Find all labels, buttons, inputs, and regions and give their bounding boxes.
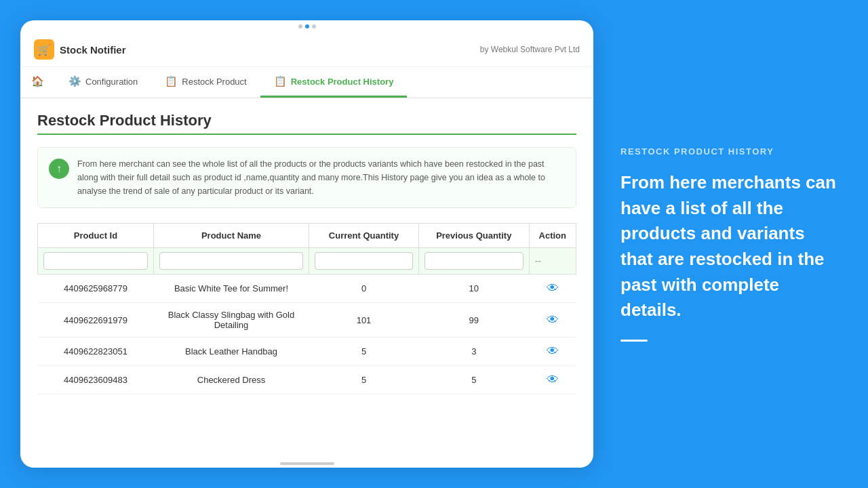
cell-previous-qty: 5 <box>419 366 529 394</box>
cell-action: 👁 <box>529 366 576 394</box>
app-title: Stock Notifier <box>60 44 126 56</box>
bottom-scroll <box>20 457 593 468</box>
tab-home[interactable]: 🏠 <box>20 67 55 98</box>
right-panel: RESTOCK PRODUCT HISTORY From here mercha… <box>593 0 868 488</box>
scroll-dots <box>20 20 593 33</box>
cell-previous-qty: 99 <box>419 303 529 338</box>
cell-action: 👁 <box>529 338 576 366</box>
info-text: From here merchant can see the whole lis… <box>77 157 565 198</box>
restock-product-icon: 📋 <box>165 75 178 87</box>
tab-configuration-label: Configuration <box>85 77 138 87</box>
cell-product-name: Black Classy Slingbag with Gold Detailin… <box>153 303 309 338</box>
col-current-qty: Current Quantity <box>309 224 419 248</box>
outer-container: 🛒 Stock Notifier by Webkul Software Pvt … <box>0 0 868 488</box>
scroll-dot-3 <box>312 24 316 28</box>
view-icon[interactable]: 👁 <box>547 373 559 386</box>
scroll-dot-1 <box>298 24 302 28</box>
view-icon[interactable]: 👁 <box>547 344 559 358</box>
scroll-bar-thumb <box>280 462 334 465</box>
col-product-name: Product Name <box>153 224 309 248</box>
filter-current-qty-cell <box>309 248 419 274</box>
page-title: Restock Product History <box>37 112 576 129</box>
cell-current-qty: 101 <box>309 303 419 338</box>
tab-restock-product-history[interactable]: 📋 Restock Product History <box>260 67 408 98</box>
cell-current-qty: 5 <box>309 338 419 366</box>
tab-restock-product-history-label: Restock Product History <box>291 77 394 87</box>
info-box: ↑ From here merchant can see the whole l… <box>37 147 576 208</box>
by-text: by Webkul Software Pvt Ltd <box>480 45 580 54</box>
cell-product-name: Basic White Tee for Summer! <box>153 274 309 303</box>
cell-product-id: 4409622691979 <box>38 303 154 338</box>
filter-previous-qty-input[interactable] <box>425 252 523 270</box>
cell-product-id: 4409625968779 <box>38 274 154 303</box>
right-panel-description: From here merchants can have a list of a… <box>620 170 841 323</box>
info-icon: ↑ <box>49 159 69 179</box>
filter-product-id-input[interactable] <box>43 252 148 270</box>
cell-current-qty: 5 <box>309 366 419 394</box>
table-row: 4409622823051 Black Leather Handbag 5 3 … <box>38 338 576 366</box>
col-action: Action <box>529 224 576 248</box>
top-bar: 🛒 Stock Notifier by Webkul Software Pvt … <box>20 33 593 67</box>
content-area: Restock Product History ↑ From here merc… <box>20 98 593 457</box>
home-icon: 🏠 <box>31 75 44 87</box>
right-panel-divider <box>620 340 648 342</box>
table-row: 4409623609483 Checkered Dress 5 5 👁 <box>38 366 576 394</box>
tab-restock-product-label: Restock Product <box>182 77 246 87</box>
data-table: Product Id Product Name Current Quantity… <box>37 223 576 394</box>
title-underline <box>37 134 576 135</box>
cell-product-id: 4409623609483 <box>38 366 154 394</box>
view-icon[interactable]: 👁 <box>547 281 559 295</box>
filter-previous-qty-cell <box>419 248 529 274</box>
filter-current-qty-input[interactable] <box>315 252 413 270</box>
cell-action: 👁 <box>529 303 576 338</box>
filter-product-name-input[interactable] <box>159 252 303 270</box>
cell-action: 👁 <box>529 274 576 303</box>
cell-previous-qty: 10 <box>419 274 529 303</box>
nav-tabs: 🏠 ⚙️ Configuration 📋 Restock Product 📋 R… <box>20 67 593 98</box>
filter-row: -- <box>38 248 576 274</box>
table-header-row: Product Id Product Name Current Quantity… <box>38 224 576 248</box>
col-previous-qty: Previous Quantity <box>419 224 529 248</box>
history-icon: 📋 <box>274 75 287 87</box>
cell-current-qty: 0 <box>309 274 419 303</box>
col-product-id: Product Id <box>38 224 154 248</box>
left-panel: 🛒 Stock Notifier by Webkul Software Pvt … <box>20 20 593 468</box>
table-row: 4409622691979 Black Classy Slingbag with… <box>38 303 576 338</box>
app-brand: 🛒 Stock Notifier <box>34 39 126 60</box>
cell-product-name: Black Leather Handbag <box>153 338 309 366</box>
filter-action-dash: -- <box>535 256 541 266</box>
app-icon: 🛒 <box>34 39 54 60</box>
tab-configuration[interactable]: ⚙️ Configuration <box>55 67 151 98</box>
cell-product-id: 4409622823051 <box>38 338 154 366</box>
filter-action-cell: -- <box>529 248 576 274</box>
cell-product-name: Checkered Dress <box>153 366 309 394</box>
cell-previous-qty: 3 <box>419 338 529 366</box>
tab-restock-product[interactable]: 📋 Restock Product <box>151 67 260 98</box>
right-panel-label: RESTOCK PRODUCT HISTORY <box>620 146 841 157</box>
table-row: 4409625968779 Basic White Tee for Summer… <box>38 274 576 303</box>
filter-product-name-cell <box>153 248 309 274</box>
filter-product-id-cell <box>38 248 154 274</box>
view-icon[interactable]: 👁 <box>547 313 559 327</box>
scroll-dot-2 <box>305 24 309 28</box>
config-icon: ⚙️ <box>68 75 81 87</box>
